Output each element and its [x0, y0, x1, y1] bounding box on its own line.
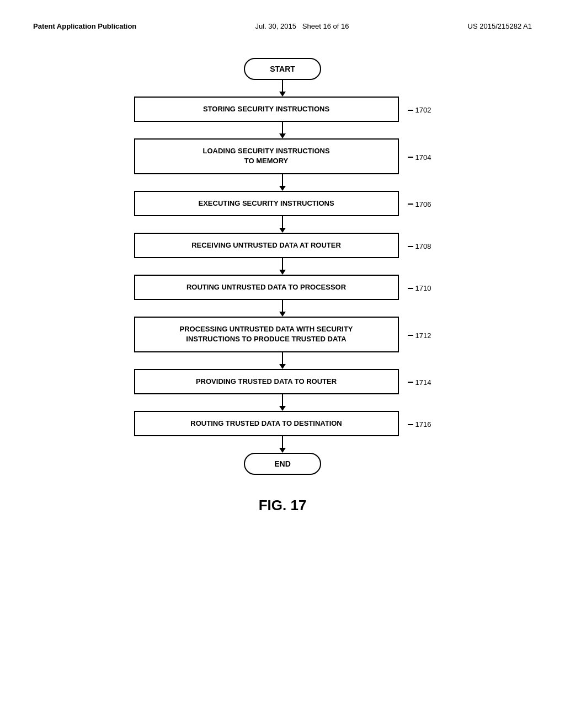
figure-caption: FIG. 17	[0, 497, 565, 514]
bracket-h	[408, 424, 413, 425]
bracket-h	[408, 382, 413, 383]
arrow-5	[279, 258, 286, 275]
node-label-1714: 1714	[408, 376, 431, 387]
node-row-1704: LOADING SECURITY INSTRUCTIONSTO MEMORY 1…	[134, 138, 431, 174]
bracket-1706: 1706	[408, 200, 431, 208]
bracket-h	[408, 157, 413, 158]
label-text-1716: 1716	[415, 420, 431, 429]
header: Patent Application Publication Jul. 30, …	[0, 0, 565, 41]
bracket-h	[408, 246, 413, 247]
node-1706: EXECUTING SECURITY INSTRUCTIONS	[134, 191, 399, 216]
arrow-line	[282, 258, 283, 270]
arrow-head	[279, 312, 286, 317]
arrow-line	[282, 394, 283, 406]
node-1702: STORING SECURITY INSTRUCTIONS	[134, 97, 399, 122]
arrow-8	[279, 394, 286, 411]
arrow-head	[279, 186, 286, 191]
arrow-line	[282, 300, 283, 312]
arrow-line	[282, 80, 283, 92]
start-terminal: START	[244, 58, 321, 80]
bracket-1712: 1712	[408, 331, 431, 340]
end-terminal: END	[244, 453, 321, 475]
label-text-1714: 1714	[415, 378, 431, 387]
arrow-4	[279, 216, 286, 233]
node-1714: PROVIDING TRUSTED DATA TO ROUTER	[134, 369, 399, 394]
arrow-head	[279, 448, 286, 453]
label-text-1708: 1708	[415, 242, 431, 250]
bracket-h	[408, 204, 413, 205]
arrow-head	[279, 406, 286, 411]
node-row-1708: RECEIVING UNTRUSTED DATA AT ROUTER 1708	[134, 233, 431, 258]
arrow-head	[279, 228, 286, 233]
arrow-3	[279, 174, 286, 191]
bracket-h	[408, 288, 413, 289]
arrow-head	[279, 92, 286, 97]
node-label-1702: 1702	[408, 104, 431, 115]
label-text-1702: 1702	[415, 106, 431, 114]
arrow-1	[279, 80, 286, 97]
node-1716: ROUTING TRUSTED DATA TO DESTINATION	[134, 411, 399, 436]
bracket-h	[408, 110, 413, 111]
start-node-row: START	[244, 58, 321, 80]
label-text-1706: 1706	[415, 200, 431, 208]
bracket-1708: 1708	[408, 242, 431, 250]
node-row-1706: EXECUTING SECURITY INSTRUCTIONS 1706	[134, 191, 431, 216]
node-1704: LOADING SECURITY INSTRUCTIONSTO MEMORY	[134, 138, 399, 174]
header-date: Jul. 30, 2015	[255, 22, 296, 30]
node-1712: PROCESSING UNTRUSTED DATA WITH SECURITYI…	[134, 317, 399, 352]
page: Patent Application Publication Jul. 30, …	[0, 0, 565, 728]
bracket-1716: 1716	[408, 420, 431, 429]
arrow-line	[282, 436, 283, 448]
node-row-1716: ROUTING TRUSTED DATA TO DESTINATION 1716	[134, 411, 431, 436]
node-label-1706: 1706	[408, 198, 431, 208]
arrow-head	[279, 364, 286, 369]
bracket-1710: 1710	[408, 284, 431, 292]
node-row-1714: PROVIDING TRUSTED DATA TO ROUTER 1714	[134, 369, 431, 394]
flowchart-diagram: START STORING SECURITY INSTRUCTIONS 1702…	[0, 41, 565, 475]
label-text-1710: 1710	[415, 284, 431, 292]
node-row-1712: PROCESSING UNTRUSTED DATA WITH SECURITYI…	[134, 317, 431, 352]
arrow-line	[282, 174, 283, 186]
bracket-1702: 1702	[408, 106, 431, 114]
node-1710: ROUTING UNTRUSTED DATA TO PROCESSOR	[134, 275, 399, 300]
node-1708: RECEIVING UNTRUSTED DATA AT ROUTER	[134, 233, 399, 258]
bracket-1714: 1714	[408, 378, 431, 387]
node-row-1702: STORING SECURITY INSTRUCTIONS 1702	[134, 97, 431, 122]
arrow-line	[282, 352, 283, 364]
node-label-1716: 1716	[408, 419, 431, 429]
header-date-sheet: Jul. 30, 2015 Sheet 16 of 16	[255, 22, 349, 30]
header-patent-number: US 2015/215282 A1	[468, 22, 532, 30]
node-row-1710: ROUTING UNTRUSTED DATA TO PROCESSOR 1710	[134, 275, 431, 300]
bracket-1704: 1704	[408, 153, 431, 162]
arrow-9	[279, 436, 286, 453]
end-node-row: END	[244, 453, 321, 475]
node-label-1712: 1712	[408, 329, 431, 340]
node-label-1710: 1710	[408, 282, 431, 293]
arrow-6	[279, 300, 286, 317]
arrow-head	[279, 133, 286, 138]
node-label-1708: 1708	[408, 240, 431, 251]
header-sheet: Sheet 16 of 16	[302, 22, 349, 30]
arrow-7	[279, 352, 286, 369]
arrow-2	[279, 122, 286, 138]
arrow-line	[282, 122, 283, 133]
bracket-h	[408, 335, 413, 336]
arrow-line	[282, 216, 283, 228]
node-label-1704: 1704	[408, 151, 431, 162]
arrow-head	[279, 270, 286, 275]
label-text-1712: 1712	[415, 331, 431, 340]
label-text-1704: 1704	[415, 153, 431, 162]
header-publication-label: Patent Application Publication	[33, 22, 136, 30]
